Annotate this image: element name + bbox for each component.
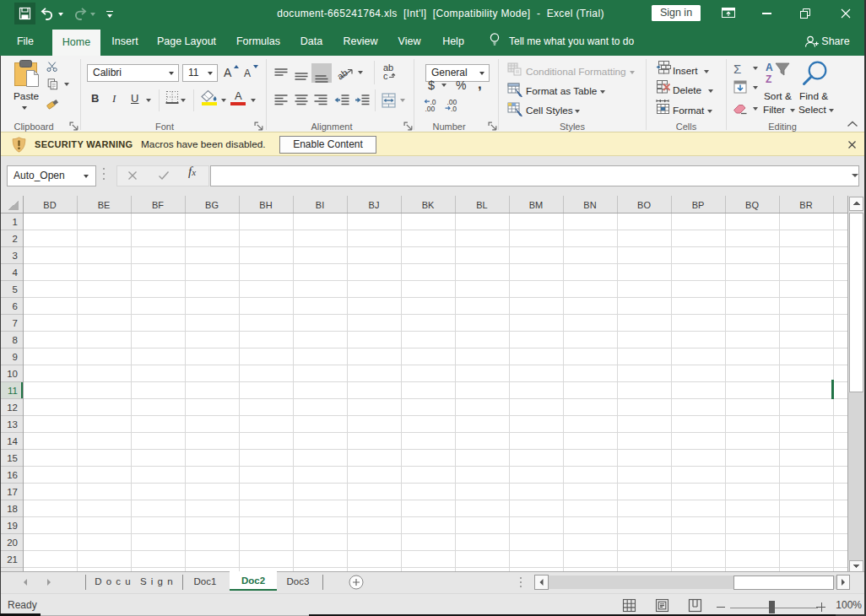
svg-text:20: 20 — [7, 538, 18, 548]
svg-text:14: 14 — [7, 436, 18, 446]
svg-text:BL: BL — [476, 200, 487, 210]
svg-text:13: 13 — [7, 419, 18, 430]
svg-text:BP: BP — [692, 200, 705, 210]
svg-text:15: 15 — [7, 453, 18, 463]
svg-text:BR: BR — [799, 200, 812, 210]
svg-text:BM: BM — [529, 200, 544, 210]
svg-text:11: 11 — [8, 386, 18, 396]
svg-text:8: 8 — [13, 335, 18, 345]
svg-text:BE: BE — [98, 200, 111, 210]
svg-text:.00: .00 — [425, 105, 436, 112]
svg-text:6: 6 — [13, 301, 18, 311]
svg-text:9: 9 — [13, 352, 18, 362]
svg-text:BD: BD — [43, 200, 56, 210]
svg-text:10: 10 — [7, 369, 18, 379]
svg-text:19: 19 — [7, 521, 18, 531]
svg-text:18: 18 — [7, 504, 18, 514]
svg-text:4: 4 — [13, 267, 19, 278]
svg-text:A: A — [766, 62, 773, 73]
svg-text:7: 7 — [13, 318, 18, 328]
svg-text:16: 16 — [7, 470, 18, 480]
svg-text:3: 3 — [13, 251, 18, 261]
svg-text:BH: BH — [259, 200, 272, 210]
svg-text:c: c — [383, 71, 388, 81]
svg-text:BK: BK — [422, 200, 435, 210]
svg-text:17: 17 — [7, 487, 18, 497]
svg-text:.0: .0 — [451, 105, 457, 112]
svg-text:2: 2 — [13, 234, 18, 244]
svg-text:1: 1 — [13, 217, 18, 227]
svg-text:BI: BI — [316, 200, 324, 210]
svg-text:BN: BN — [583, 200, 596, 210]
svg-text:BF: BF — [152, 200, 164, 210]
svg-text:21: 21 — [7, 554, 18, 565]
svg-text:BO: BO — [637, 200, 651, 210]
svg-text:5: 5 — [13, 284, 18, 294]
svg-text:ab: ab — [336, 68, 349, 80]
svg-text:BJ: BJ — [369, 200, 380, 210]
svg-text:Z: Z — [766, 73, 771, 85]
svg-text:12: 12 — [7, 403, 18, 413]
svg-text:BQ: BQ — [745, 200, 759, 210]
svg-text:BG: BG — [205, 200, 219, 210]
